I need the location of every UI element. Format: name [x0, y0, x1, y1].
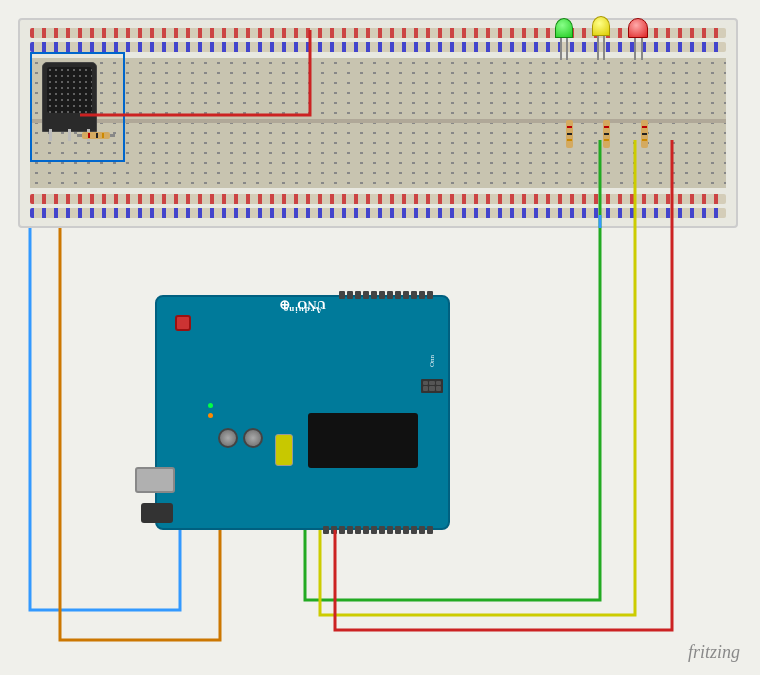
arduino-model-label: UNO ⊕ [279, 297, 326, 313]
crystal [275, 434, 293, 466]
arduino-led-on [208, 403, 213, 408]
usb-connector [135, 467, 175, 493]
on-label: Onn [428, 359, 436, 367]
cap2 [218, 428, 238, 448]
arduino-board: Arduino UNO ⊕ Onn [155, 295, 450, 530]
cap1 [243, 428, 263, 448]
dht-outline [30, 52, 125, 162]
led-red [628, 18, 648, 60]
arduino-ic [308, 413, 418, 468]
top-pin-row [217, 526, 433, 534]
resistor-yellow-led [603, 120, 610, 148]
dht-resistor [82, 132, 110, 139]
breadboard [18, 18, 738, 228]
rail-bottom-red [30, 194, 726, 204]
icsp-header [421, 379, 443, 393]
on-label-container: Onn [428, 347, 436, 377]
rail-bottom-blue [30, 208, 726, 218]
canvas: Arduino UNO ⊕ Onn [0, 0, 760, 675]
led-yellow [592, 16, 610, 60]
resistor-red-led [641, 120, 648, 148]
fritzing-label: fritzing [688, 642, 740, 663]
bottom-pin-row [217, 291, 433, 299]
rail-top-red [30, 28, 726, 38]
reset-button[interactable] [175, 315, 191, 331]
power-connector [141, 503, 173, 523]
arduino-led-l [208, 413, 213, 418]
rail-top-blue [30, 42, 726, 52]
led-green [555, 18, 573, 60]
resistor-green-led [566, 120, 573, 148]
